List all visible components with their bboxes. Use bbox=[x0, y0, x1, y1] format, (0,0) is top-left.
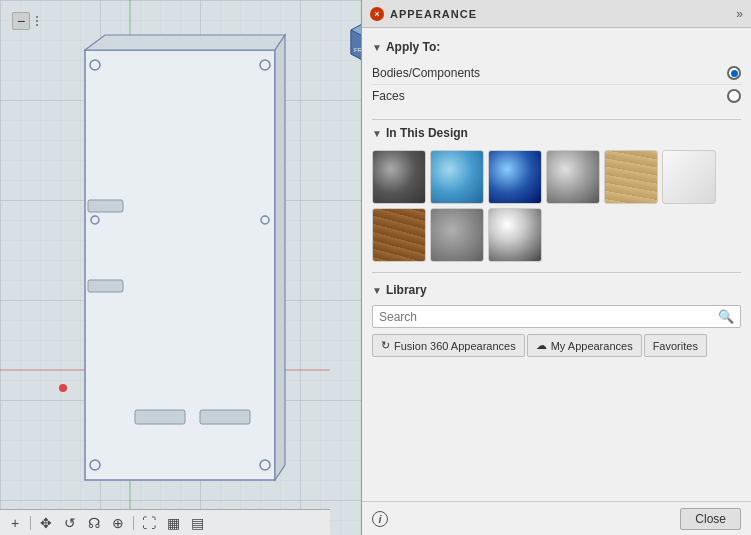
display-icon[interactable]: ▦ bbox=[164, 514, 182, 532]
arrow-icon-3: ▼ bbox=[372, 285, 382, 296]
svg-point-25 bbox=[59, 384, 67, 392]
appearance-gray-metal[interactable] bbox=[372, 150, 426, 204]
toolbar-divider-2 bbox=[133, 516, 134, 530]
panel-footer: i Close bbox=[362, 501, 751, 535]
move-icon[interactable]: ✥ bbox=[37, 514, 55, 532]
bodies-label: Bodies/Components bbox=[372, 66, 727, 80]
tab-favorites[interactable]: Favorites bbox=[644, 334, 707, 357]
apply-to-content: Bodies/Components Faces bbox=[362, 58, 751, 115]
panel-header: × APPEARANCE » bbox=[362, 0, 751, 28]
in-this-design-header[interactable]: ▼ In This Design bbox=[362, 122, 751, 144]
svg-rect-16 bbox=[88, 280, 123, 292]
zoom-icon[interactable]: ⊕ bbox=[109, 514, 127, 532]
appearance-wood-light[interactable] bbox=[604, 150, 658, 204]
appearances-grid bbox=[362, 144, 751, 268]
close-button[interactable]: Close bbox=[680, 508, 741, 530]
faces-radio[interactable] bbox=[727, 89, 741, 103]
in-this-design-section: ▼ In This Design bbox=[362, 122, 751, 268]
appearance-panel: × APPEARANCE » ▼ Apply To: Bodies/Compon… bbox=[361, 0, 751, 535]
apply-to-bodies-row: Bodies/Components bbox=[372, 62, 741, 85]
tab-fusion360[interactable]: ↻ Fusion 360 Appearances bbox=[372, 334, 525, 357]
library-section: ▼ Library 🔍 ↻ Fusion 360 Appearances ☁ M… bbox=[362, 275, 751, 365]
apply-to-section: ▼ Apply To: Bodies/Components Faces bbox=[362, 36, 751, 115]
in-this-design-label: In This Design bbox=[386, 126, 468, 140]
library-tabs: ↻ Fusion 360 Appearances ☁ My Appearance… bbox=[362, 334, 751, 357]
panel-title: APPEARANCE bbox=[390, 8, 736, 20]
appearance-blue-glass[interactable] bbox=[430, 150, 484, 204]
appearance-blue-sphere[interactable] bbox=[488, 150, 542, 204]
appearance-white-surface[interactable] bbox=[662, 150, 716, 204]
arrow-icon-2: ▼ bbox=[372, 128, 382, 139]
pan-icon[interactable]: ☊ bbox=[85, 514, 103, 532]
divider-2 bbox=[372, 272, 741, 273]
appearance-chrome-sphere[interactable] bbox=[488, 208, 542, 262]
bottom-toolbar: + ✥ ↺ ☊ ⊕ ⛶ ▦ ▤ bbox=[0, 509, 330, 535]
svg-rect-17 bbox=[135, 410, 185, 424]
appearance-rough-metal[interactable] bbox=[430, 208, 484, 262]
rotate-icon[interactable]: ↺ bbox=[61, 514, 79, 532]
library-header[interactable]: ▼ Library bbox=[362, 279, 751, 301]
svg-marker-13 bbox=[85, 35, 285, 50]
grid-icon[interactable]: ⛶ bbox=[140, 514, 158, 532]
appearance-steel-ring[interactable] bbox=[546, 150, 600, 204]
arrow-icon: ▼ bbox=[372, 42, 382, 53]
cloud-icon: ☁ bbox=[536, 339, 547, 352]
tab-my-label: My Appearances bbox=[551, 340, 633, 352]
panel-icon: × bbox=[370, 7, 384, 21]
tab-fusion360-label: Fusion 360 Appearances bbox=[394, 340, 516, 352]
tab-favorites-label: Favorites bbox=[653, 340, 698, 352]
apply-to-faces-row: Faces bbox=[372, 85, 741, 107]
search-bar: 🔍 bbox=[372, 305, 741, 328]
refresh-icon: ↻ bbox=[381, 339, 390, 352]
panel-body: ▼ Apply To: Bodies/Components Faces bbox=[362, 28, 751, 501]
svg-marker-14 bbox=[275, 35, 285, 480]
add-icon[interactable]: + bbox=[6, 514, 24, 532]
bodies-radio[interactable] bbox=[727, 66, 741, 80]
search-input[interactable] bbox=[379, 310, 718, 324]
3d-model bbox=[25, 20, 310, 510]
divider-1 bbox=[372, 119, 741, 120]
search-icon: 🔍 bbox=[718, 309, 734, 324]
apply-to-header[interactable]: ▼ Apply To: bbox=[362, 36, 751, 58]
view-icon[interactable]: ▤ bbox=[188, 514, 206, 532]
toolbar-divider-1 bbox=[30, 516, 31, 530]
appearance-wood-dark[interactable] bbox=[372, 208, 426, 262]
apply-to-label: Apply To: bbox=[386, 40, 440, 54]
tab-my-appearances[interactable]: ☁ My Appearances bbox=[527, 334, 642, 357]
library-label: Library bbox=[386, 283, 427, 297]
info-icon[interactable]: i bbox=[372, 511, 388, 527]
svg-rect-15 bbox=[88, 200, 123, 212]
faces-label: Faces bbox=[372, 89, 727, 103]
svg-rect-18 bbox=[200, 410, 250, 424]
panel-expand-button[interactable]: » bbox=[736, 7, 743, 21]
